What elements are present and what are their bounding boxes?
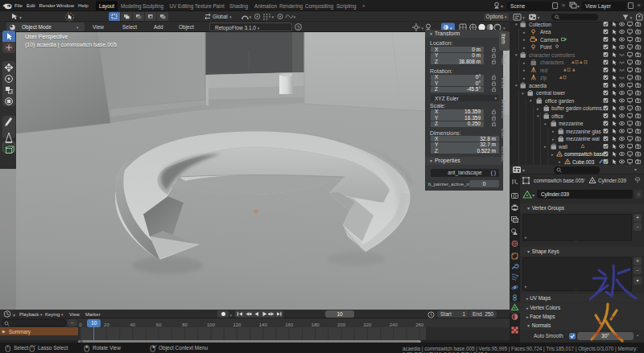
svg-text:▸: ▸ bbox=[523, 30, 526, 35]
svg-text:Create: Create bbox=[501, 146, 506, 162]
svg-text:▸: ▸ bbox=[544, 144, 547, 149]
svg-text:▾: ▾ bbox=[544, 121, 547, 126]
svg-text:60: 60 bbox=[156, 322, 162, 327]
svg-text:▾: ▾ bbox=[515, 52, 518, 57]
svg-text:220: 220 bbox=[363, 322, 372, 327]
svg-text:▾: ▾ bbox=[13, 313, 15, 318]
svg-text:▾: ▾ bbox=[229, 14, 232, 19]
svg-text:▾: ▾ bbox=[630, 15, 633, 20]
svg-text:Edit: Edit bbox=[501, 129, 506, 138]
svg-text:▾: ▾ bbox=[530, 98, 532, 103]
svg-text:mezzanine: mezzanine bbox=[559, 121, 584, 126]
svg-text:▸: ▸ bbox=[551, 152, 554, 157]
svg-text:▾: ▾ bbox=[522, 168, 525, 173]
svg-text:120: 120 bbox=[233, 322, 242, 327]
svg-text:zip: zip bbox=[540, 75, 547, 81]
svg-text:▾: ▾ bbox=[501, 4, 503, 9]
svg-text:buffer garden columns.: buffer garden columns. bbox=[551, 105, 604, 112]
svg-text:mezzanine glas: mezzanine glas bbox=[566, 129, 601, 135]
svg-text:▸: ▸ bbox=[523, 45, 526, 50]
svg-text:wall: wall bbox=[558, 144, 568, 150]
svg-text:▸: ▸ bbox=[537, 106, 539, 111]
svg-text:▾: ▾ bbox=[522, 15, 525, 20]
svg-text:200: 200 bbox=[337, 322, 346, 327]
svg-text:▾: ▾ bbox=[515, 83, 518, 88]
svg-text:View: View bbox=[501, 77, 506, 88]
svg-text:Global: Global bbox=[213, 14, 228, 19]
svg-text:20: 20 bbox=[104, 322, 109, 327]
svg-text:Collection: Collection bbox=[529, 22, 551, 27]
svg-text:▸: ▸ bbox=[523, 76, 526, 80]
svg-text:▾: ▾ bbox=[537, 113, 539, 118]
svg-text:0: 0 bbox=[79, 322, 82, 327]
svg-text:180: 180 bbox=[312, 322, 320, 327]
svg-text:▾: ▾ bbox=[577, 4, 580, 9]
svg-text:▸: ▸ bbox=[559, 159, 561, 164]
svg-text:▸: ▸ bbox=[523, 37, 526, 42]
svg-text:80: 80 bbox=[182, 322, 188, 327]
svg-text:▾: ▾ bbox=[294, 14, 296, 19]
svg-text:Camera: Camera bbox=[540, 37, 559, 43]
svg-text:▾: ▾ bbox=[515, 22, 518, 27]
svg-text:central tower: central tower bbox=[536, 90, 565, 96]
svg-text:character controllers: character controllers bbox=[529, 52, 575, 58]
svg-text:office garden: office garden bbox=[545, 98, 575, 105]
svg-text:red: red bbox=[540, 68, 548, 73]
svg-text:Area: Area bbox=[540, 29, 551, 35]
svg-text:▸: ▸ bbox=[552, 137, 555, 142]
svg-text:▸: ▸ bbox=[523, 68, 526, 72]
svg-text:▾: ▾ bbox=[532, 193, 535, 198]
svg-text:▸: ▸ bbox=[523, 60, 526, 65]
svg-text:240: 240 bbox=[390, 322, 398, 327]
svg-text:acaedia: acaedia bbox=[529, 83, 547, 88]
svg-text:Tool: Tool bbox=[501, 55, 506, 64]
svg-text:commswitch base.: commswitch base. bbox=[564, 151, 606, 157]
svg-text:100: 100 bbox=[207, 322, 216, 327]
svg-text:160: 160 bbox=[285, 322, 294, 327]
svg-text:Animate: Animate bbox=[501, 100, 506, 119]
svg-text:▾: ▾ bbox=[250, 14, 252, 19]
svg-text:mezzanine wal: mezzanine wal bbox=[566, 136, 600, 142]
svg-text:▾: ▾ bbox=[272, 14, 275, 19]
svg-text:Cube.003: Cube.003 bbox=[572, 159, 595, 165]
svg-text:40: 40 bbox=[130, 322, 135, 327]
svg-text:Point: Point bbox=[540, 44, 552, 50]
svg-text:260: 260 bbox=[415, 322, 424, 327]
svg-text:▾: ▾ bbox=[522, 91, 524, 96]
svg-text:▾: ▾ bbox=[538, 15, 540, 20]
svg-text:Item: Item bbox=[501, 34, 506, 44]
svg-text:▾: ▾ bbox=[19, 15, 22, 20]
svg-text:140: 140 bbox=[259, 322, 268, 327]
svg-text:office: office bbox=[551, 113, 564, 119]
svg-text:▾: ▾ bbox=[422, 25, 424, 30]
svg-text:▸: ▸ bbox=[552, 129, 555, 133]
svg-text:characters: characters bbox=[540, 60, 564, 65]
